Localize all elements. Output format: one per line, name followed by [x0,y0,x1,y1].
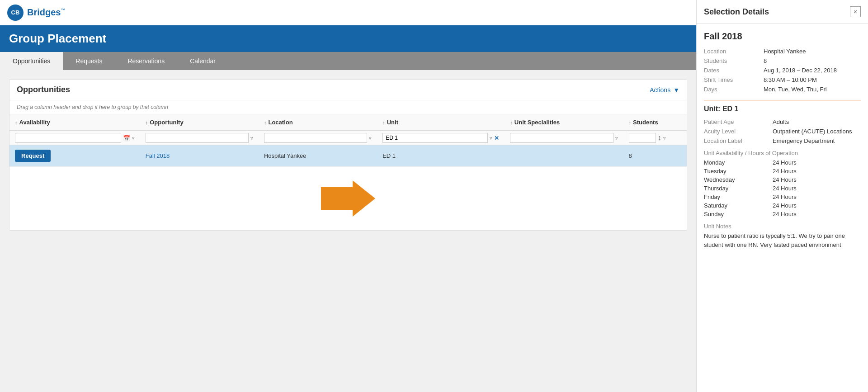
detail-label-shift-times: Shift Times [704,76,758,83]
avail-day-wednesday: Wednesday [704,176,767,183]
location-filter-input[interactable] [264,133,367,143]
unit-value-location-label: Emergency Department [773,137,861,144]
cell-opportunity: Fall 2018 [140,145,259,167]
tab-opportunities[interactable]: Opportunities [0,52,63,70]
tab-calendar[interactable]: Calendar [177,52,228,70]
sort-icon-unit: ↕ [382,120,385,125]
sort-icon-students: ↕ [629,120,632,125]
nav-tabs: Opportunities Requests Reservations Cale… [0,52,696,70]
avail-hours-wednesday: 24 Hours [773,176,861,183]
avail-grid: Monday 24 Hours Tuesday 24 Hours Wednesd… [704,159,861,217]
actions-button[interactable]: Actions ▼ [650,86,679,94]
table-header-row: ↕ Availability ↕ Opportunity [9,114,687,131]
filter-icon-unit[interactable]: ▿ [490,135,492,141]
close-panel-button[interactable]: × [850,6,861,17]
app-header: CB Bridges™ [0,0,696,25]
avail-hours-thursday: 24 Hours [773,185,861,192]
students-filter-input[interactable] [629,133,656,143]
card-header: Opportunities Actions ▼ [9,80,687,100]
specialities-filter-input[interactable] [510,133,613,143]
opportunities-card: Opportunities Actions ▼ Drag a column he… [9,79,687,231]
filter-icon-students[interactable]: ▿ [663,135,666,141]
filter-icon-opportunity[interactable]: ▿ [250,135,253,141]
logo-container: CB Bridges™ [7,5,65,21]
avail-day-thursday: Thursday [704,185,767,192]
detail-value-days: Mon, Tue, Wed, Thu, Fri [764,86,861,93]
avail-hours-tuesday: 24 Hours [773,168,861,175]
detail-label-students: Students [704,57,758,64]
orange-arrow-wrapper [9,167,687,230]
season-title: Fall 2018 [704,31,861,42]
filter-row: 📅 ▿ ▿ [9,131,687,145]
detail-label-days: Days [704,86,758,93]
col-students[interactable]: ↕ Students [623,114,687,131]
avail-day-sunday: Sunday [704,211,767,217]
avail-hours-friday: 24 Hours [773,194,861,200]
right-arrow-icon [321,180,375,217]
panel-body: Fall 2018 Location Hospital Yankee Stude… [697,24,868,256]
filter-students: ↕ ▿ [623,131,687,145]
app-name: Bridges™ [27,7,65,18]
unit-filter-clear[interactable]: ✕ [494,135,499,142]
filter-icon-specialities[interactable]: ▿ [615,135,618,141]
unit-label-location-label: Location Label [704,137,767,144]
detail-value-location: Hospital Yankee [764,48,861,55]
col-availability[interactable]: ↕ Availability [9,114,140,131]
panel-title: Selection Details [704,7,769,17]
avail-day-monday: Monday [704,159,767,166]
sort-icon-specialities: ↕ [510,120,513,125]
detail-value-dates: Aug 1, 2018 – Dec 22, 2018 [764,67,861,74]
tab-requests[interactable]: Requests [63,52,115,70]
selection-details-panel: Selection Details × Fall 2018 Location H… [696,0,868,392]
unit-label-patient-age: Patient Age [704,118,767,125]
detail-label-location: Location [704,48,758,55]
season-details-grid: Location Hospital Yankee Students 8 Date… [704,48,861,93]
drag-hint: Drag a column header and drop it here to… [9,100,687,114]
unit-filter-input[interactable] [382,133,488,143]
opportunity-filter-input[interactable] [146,133,249,143]
opportunity-link[interactable]: Fall 2018 [146,152,170,159]
students-stepper-icon[interactable]: ↕ [658,134,661,142]
logo-icon: CB [7,5,24,21]
col-unit-specialities[interactable]: ↕ Unit Specialities [505,114,623,131]
col-opportunity[interactable]: ↕ Opportunity [140,114,259,131]
avail-hours-saturday: 24 Hours [773,202,861,209]
unit-notes-text: Nurse to patient ratio is typcally 5:1. … [704,231,861,249]
filter-icon-location[interactable]: ▿ [369,135,372,141]
detail-label-dates: Dates [704,67,758,74]
filter-opportunity: ▿ [140,131,259,145]
table-row[interactable]: Request Fall 2018 Hospital Yankee ED 1 8 [9,145,687,167]
availability-section: Unit Availability / Hours of Operation M… [704,150,861,217]
avail-hours-sunday: 24 Hours [773,211,861,217]
unit-details-grid: Patient Age Adults Acuity Level Outpatie… [704,118,861,144]
col-location[interactable]: ↕ Location [259,114,377,131]
cell-request-btn: Request [9,145,140,167]
panel-header: Selection Details × [697,0,868,24]
detail-value-shift-times: 8:30 AM – 10:00 PM [764,76,861,83]
calendar-icon[interactable]: 📅 [123,135,130,142]
availability-filter-input[interactable] [15,133,121,143]
avail-title: Unit Availability / Hours of Operation [704,150,861,156]
filter-icon-availability[interactable]: ▿ [132,135,135,141]
unit-label-acuity: Acuity Level [704,128,767,135]
cell-unit: ED 1 [377,145,505,167]
detail-value-students: 8 [764,57,861,64]
unit-value-acuity: Outpatient (ACUTE) Locations [773,128,861,135]
col-unit[interactable]: ↕ Unit [377,114,505,131]
unit-value-patient-age: Adults [773,118,861,125]
avail-day-tuesday: Tuesday [704,168,767,175]
main-panel: Opportunities Actions ▼ Drag a column he… [0,70,696,392]
filter-unit-specialities: ▿ [505,131,623,145]
sort-icon-location: ↕ [264,120,267,125]
cell-unit-specialities [505,145,623,167]
filter-location: ▿ [259,131,377,145]
sort-icon-opportunity: ↕ [146,120,148,125]
request-button[interactable]: Request [15,150,51,162]
avail-day-friday: Friday [704,194,767,200]
unit-header: Unit: ED 1 [704,100,861,113]
opportunities-table: ↕ Availability ↕ Opportunity [9,114,687,167]
page-title-bar: Group Placement [0,25,696,52]
tab-reservations[interactable]: Reservations [115,52,177,70]
chevron-down-icon: ▼ [673,86,679,94]
avail-hours-monday: 24 Hours [773,159,861,166]
